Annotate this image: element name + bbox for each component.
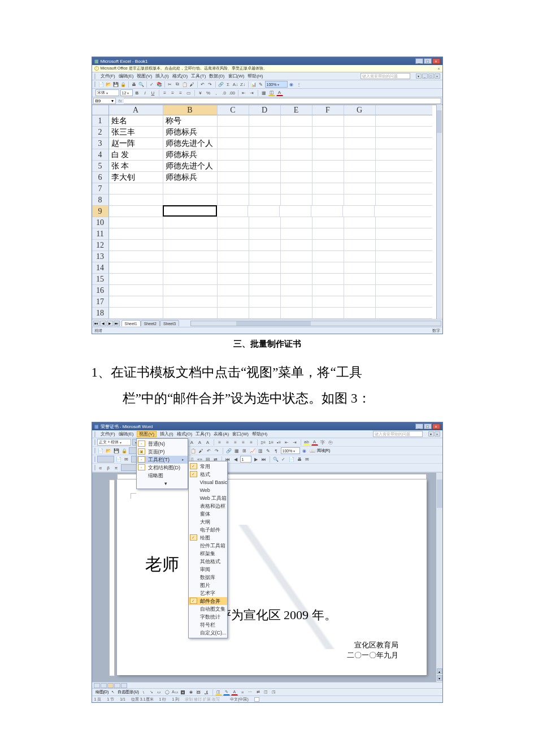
toolbar-menu-item[interactable]: 审阅 <box>189 565 227 573</box>
toolbar-menu-item[interactable]: 窗体 <box>189 510 227 518</box>
toolbar-menu-item[interactable]: 电子邮件 <box>189 526 227 534</box>
menu-view[interactable]: 视图(V) <box>137 73 152 79</box>
formula-input[interactable] <box>124 98 441 104</box>
cell-G2[interactable] <box>344 127 376 138</box>
row-header-17[interactable]: 17 <box>92 296 109 308</box>
cell-D1[interactable] <box>249 115 281 127</box>
cell-A16[interactable] <box>109 285 163 296</box>
toolbar-menu-item[interactable]: ✓邮件合并 <box>189 597 227 605</box>
prev-page-icon[interactable]: ▴ <box>437 668 442 674</box>
textbox-icon[interactable]: A▭ <box>172 689 179 695</box>
row-header-16[interactable]: 16 <box>92 285 109 296</box>
menu-edit[interactable]: 编辑(E) <box>119 431 134 437</box>
merge-icon[interactable]: ▭ <box>185 89 192 96</box>
minimize-button[interactable]: _ <box>415 58 423 64</box>
cell-A1[interactable]: 姓名 <box>109 115 163 127</box>
font-color-icon[interactable]: A <box>231 689 238 695</box>
toolbar-menu-item[interactable]: 大纲 <box>189 518 227 526</box>
toolbar-menu-item[interactable]: 自动图文集 <box>189 605 227 613</box>
align-center-icon[interactable]: ≡ <box>224 439 231 446</box>
cell-D3[interactable] <box>249 138 281 149</box>
cell-B17[interactable] <box>163 296 218 308</box>
cell-A12[interactable] <box>109 240 163 251</box>
autoshapes-menu[interactable]: 自选图形(U) <box>118 689 139 695</box>
row-header-4[interactable]: 4 <box>92 149 109 161</box>
cell-E17[interactable] <box>281 296 312 308</box>
row-header-5[interactable]: 5 <box>92 161 109 172</box>
read-icon[interactable]: 📖 <box>309 447 316 454</box>
menu-insert[interactable]: 插入(I) <box>160 431 173 437</box>
format-painter-icon[interactable]: 🖌 <box>189 81 196 88</box>
document-page[interactable]: 老师 评为宣化区 2009 年。 宣化区教育局 二〇一〇年九月 <box>117 479 427 675</box>
view-menu-expand[interactable]: ▾ <box>137 479 188 487</box>
maximize-button[interactable]: □ <box>424 58 432 64</box>
cell-D11[interactable] <box>249 228 281 240</box>
cell-F10[interactable] <box>312 217 344 228</box>
name-box[interactable]: B9▾ <box>93 98 116 104</box>
cell-E4[interactable] <box>281 149 312 161</box>
maximize-button[interactable]: □ <box>424 424 432 429</box>
cell-A15[interactable] <box>109 274 163 285</box>
cell-F9[interactable] <box>311 206 343 217</box>
col-header-C[interactable]: C <box>218 105 249 115</box>
insert-table-icon[interactable]: ⊞ <box>241 447 248 454</box>
cell-G1[interactable] <box>344 115 376 127</box>
rect-icon[interactable]: ▭ <box>156 689 163 695</box>
cell-G6[interactable] <box>344 172 376 183</box>
paste-icon[interactable]: 📋 <box>181 81 188 88</box>
row-header-18[interactable]: 18 <box>92 308 109 319</box>
next-page-icon[interactable]: ▾ <box>437 675 442 681</box>
align-right-icon[interactable]: ≡ <box>177 89 184 96</box>
inc-indent-icon[interactable]: ⇥ <box>249 89 255 96</box>
view-menu-item[interactable]: 缩略图 <box>137 472 188 479</box>
sheet-tab-3[interactable]: Sheet3 <box>160 320 179 326</box>
mdi-minimize-icon[interactable]: ▾ <box>416 74 422 79</box>
cell-F8[interactable] <box>312 195 344 206</box>
cell-B12[interactable] <box>163 240 218 251</box>
cell-C3[interactable] <box>218 138 249 149</box>
fx-icon[interactable]: fx <box>117 98 124 103</box>
infobar-close-icon[interactable]: × <box>437 67 440 71</box>
mm-rec-combo[interactable]: 1 <box>240 456 251 463</box>
cell-G7[interactable] <box>344 183 376 195</box>
mdi-x-icon[interactable]: × <box>435 431 440 437</box>
toolbar-menu-item[interactable]: 字数统计 <box>189 613 227 621</box>
cell-A14[interactable] <box>109 262 163 274</box>
cell-A6[interactable]: 李大钊 <box>109 172 163 183</box>
dec-indent-icon[interactable]: ⇤ <box>284 439 290 446</box>
cell-G18[interactable] <box>344 308 376 319</box>
mm-last-icon[interactable]: ⏭ <box>261 456 267 463</box>
borders-icon[interactable]: ▦ <box>261 89 267 96</box>
mdi-restore-icon[interactable]: _ <box>422 74 428 79</box>
align-left-icon[interactable]: ≡ <box>216 439 223 446</box>
cell-C13[interactable] <box>218 251 249 262</box>
cell-E18[interactable] <box>281 308 312 319</box>
arrow-icon[interactable]: ↘ <box>148 689 155 695</box>
cell-A13[interactable] <box>109 251 163 262</box>
mdi-close-icon[interactable]: □ <box>428 74 434 79</box>
cell-F1[interactable] <box>312 115 344 127</box>
cell-C18[interactable] <box>218 308 249 319</box>
cell-A17[interactable] <box>109 296 163 308</box>
line-style-icon[interactable]: ≡ <box>239 689 246 695</box>
mm-next-icon[interactable]: ▶ <box>253 456 259 463</box>
mdi-close-icon[interactable]: ▾ <box>428 431 434 437</box>
mm-check-icon[interactable]: ✓ <box>280 456 287 463</box>
view-menu-item[interactable]: ▣页面(P) <box>137 448 188 456</box>
tab-prev-icon[interactable]: ◀ <box>100 321 106 326</box>
cell-D18[interactable] <box>249 308 281 319</box>
read-label[interactable]: 阅读(R) <box>317 448 331 453</box>
col-header-A[interactable]: A <box>109 105 163 115</box>
menu-edit[interactable]: 编辑(E) <box>119 73 134 79</box>
sheet-tab-1[interactable]: Sheet1 <box>121 320 141 326</box>
copy-icon[interactable]: ⧉ <box>174 81 181 88</box>
symbol-pi-icon[interactable]: π <box>113 464 120 471</box>
cell-E16[interactable] <box>281 285 312 296</box>
close-button[interactable]: × <box>432 58 440 64</box>
menu-window[interactable]: 窗口(W) <box>228 73 245 79</box>
toolbar-menu-item[interactable]: ✓绘图 <box>189 534 227 542</box>
close-button[interactable]: × <box>432 424 440 429</box>
cell-D2[interactable] <box>249 127 281 138</box>
sort-desc-icon[interactable]: Z↓ <box>240 81 246 88</box>
toolbar-menu-item[interactable]: 自定义(C)... <box>189 629 227 637</box>
